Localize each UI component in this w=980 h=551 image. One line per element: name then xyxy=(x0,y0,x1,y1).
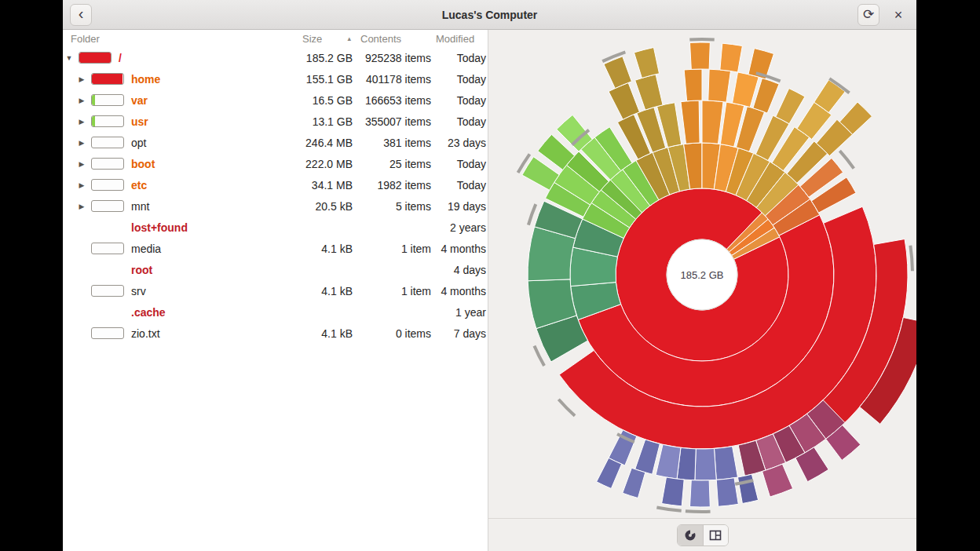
chart-segment[interactable] xyxy=(776,89,805,124)
disk-usage-analyzer-window: ‹ Lucas's Computer ⟳ × Folder Size ▴ xyxy=(63,0,916,551)
chart-panel: 185.2 GB xyxy=(488,30,916,551)
tree-row[interactable]: .cache1 year xyxy=(63,301,488,323)
main-content: Folder Size ▴ Contents Modified ▼/185.2 … xyxy=(63,30,916,551)
usage-gauge xyxy=(91,137,124,148)
contents-value: 355007 items xyxy=(353,115,431,128)
chart-segment[interactable] xyxy=(690,42,711,69)
expand-arrow-icon[interactable]: ▶ xyxy=(75,97,88,104)
rings-chart[interactable]: 185.2 GB xyxy=(488,30,916,518)
close-button[interactable]: × xyxy=(887,4,909,26)
chart-segment[interactable] xyxy=(690,480,711,507)
modified-value: Today xyxy=(431,158,488,170)
refresh-button[interactable]: ⟳ xyxy=(858,4,879,26)
column-header-modified[interactable]: Modified xyxy=(431,30,488,47)
chart-segment[interactable] xyxy=(716,478,738,507)
column-header-contents[interactable]: Contents xyxy=(353,30,431,47)
tree-row[interactable]: ▶var16.5 GB166653 itemsToday xyxy=(63,89,488,111)
size-value: 246.4 MB xyxy=(299,137,353,149)
size-value: 155.1 GB xyxy=(299,73,353,86)
chart-segment[interactable] xyxy=(634,47,659,78)
tree-row[interactable]: ▶etc34.1 MB1982 itemsToday xyxy=(63,174,488,195)
tree-row[interactable]: lost+found2 years xyxy=(63,217,488,238)
size-value: 16.5 GB xyxy=(299,94,353,107)
treemap-chart-icon xyxy=(709,529,722,542)
usage-gauge xyxy=(91,158,124,170)
expand-arrow-icon[interactable]: ▶ xyxy=(75,181,88,189)
folder-cell: ▶mnt xyxy=(63,200,299,213)
tree-row[interactable]: ▶boot222.0 MB25 itemsToday xyxy=(63,153,488,174)
chart-segment[interactable] xyxy=(623,468,645,498)
folder-cell: ▶home xyxy=(63,73,299,86)
tree-row[interactable]: ▼/185.2 GB925238 itemsToday xyxy=(63,47,488,68)
size-value: 185.2 GB xyxy=(299,52,353,64)
expand-arrow-icon[interactable]: ▶ xyxy=(75,203,88,210)
chart-segment[interactable] xyxy=(714,447,737,480)
size-value: 4.1 kB xyxy=(299,243,353,255)
chart-segment[interactable] xyxy=(695,448,716,480)
more-contents-dash xyxy=(686,509,711,513)
column-header-size[interactable]: Size ▴ xyxy=(299,30,353,47)
size-value: 13.1 GB xyxy=(299,115,353,128)
modified-value: Today xyxy=(431,115,488,128)
contents-value: 925238 items xyxy=(353,52,431,64)
chart-segment[interactable] xyxy=(684,69,702,101)
folder-tree-panel: Folder Size ▴ Contents Modified ▼/185.2 … xyxy=(63,30,488,551)
contents-value: 0 items xyxy=(353,327,431,340)
expand-arrow-icon[interactable]: ▶ xyxy=(75,160,88,168)
tree-row[interactable]: ▶home155.1 GB401178 itemsToday xyxy=(63,68,488,89)
expand-arrow-icon[interactable]: ▶ xyxy=(75,118,88,126)
collapse-arrow-icon[interactable]: ▼ xyxy=(63,54,75,62)
refresh-icon: ⟳ xyxy=(863,8,874,21)
modified-value: 23 days xyxy=(431,137,488,149)
chart-segment[interactable] xyxy=(708,69,731,102)
chart-segment[interactable] xyxy=(662,477,685,506)
chart-segment[interactable] xyxy=(635,440,660,474)
tree-row[interactable]: ▶usr13.1 GB355007 itemsToday xyxy=(63,111,488,132)
chart-segment[interactable] xyxy=(597,458,622,488)
chart-segment[interactable] xyxy=(635,75,663,110)
usage-gauge xyxy=(91,179,124,191)
folder-name: boot xyxy=(131,158,155,170)
contents-value: 1 item xyxy=(353,243,431,255)
chart-segment[interactable] xyxy=(702,100,723,144)
tree-row[interactable]: ▶opt246.4 MB381 items23 days xyxy=(63,132,488,153)
back-button[interactable]: ‹ xyxy=(70,4,92,26)
contents-value: 1982 items xyxy=(353,179,431,192)
modified-value: 7 days xyxy=(431,327,488,340)
chart-segment[interactable] xyxy=(656,444,681,479)
folder-name: mnt xyxy=(131,200,149,213)
chart-segment[interactable] xyxy=(738,474,759,503)
tree-row[interactable]: zio.txt4.1 kB0 items7 days xyxy=(63,323,488,344)
tree-row[interactable]: srv4.1 kB1 item4 months xyxy=(63,280,488,301)
modified-value: 4 months xyxy=(431,285,488,297)
folder-cell: lost+found xyxy=(63,221,299,234)
tree-row[interactable]: media4.1 kB1 item4 months xyxy=(63,238,488,259)
column-header-folder[interactable]: Folder xyxy=(63,30,299,47)
folder-name: srv xyxy=(131,285,146,297)
folder-cell: ▶opt xyxy=(63,137,299,149)
usage-gauge xyxy=(91,243,124,254)
view-toggle-group xyxy=(677,524,729,546)
modified-value: 4 days xyxy=(431,264,488,276)
close-icon: × xyxy=(894,8,903,22)
folder-cell: ▶usr xyxy=(63,115,299,128)
rings-view-button[interactable] xyxy=(678,525,703,546)
folder-cell: ▶etc xyxy=(63,179,299,192)
folder-cell: ▶boot xyxy=(63,158,299,170)
tree-row[interactable]: ▶mnt20.5 kB5 items19 days xyxy=(63,195,488,217)
more-contents-dash xyxy=(558,398,576,417)
expand-arrow-icon[interactable]: ▶ xyxy=(75,139,88,147)
modified-value: 4 months xyxy=(431,243,488,255)
expand-arrow-icon[interactable]: ▶ xyxy=(75,75,88,83)
folder-cell: srv xyxy=(63,285,299,297)
chart-segment[interactable] xyxy=(609,82,639,119)
folder-name: media xyxy=(131,243,161,255)
chart-segment[interactable] xyxy=(720,43,743,72)
size-value: 34.1 MB xyxy=(299,179,353,192)
more-contents-dash xyxy=(656,505,682,512)
treemap-view-button[interactable] xyxy=(703,525,728,546)
tree-row[interactable]: root4 days xyxy=(63,259,488,280)
size-value: 20.5 kB xyxy=(299,200,353,213)
chart-segment[interactable] xyxy=(681,100,700,144)
modified-value: Today xyxy=(431,179,488,192)
